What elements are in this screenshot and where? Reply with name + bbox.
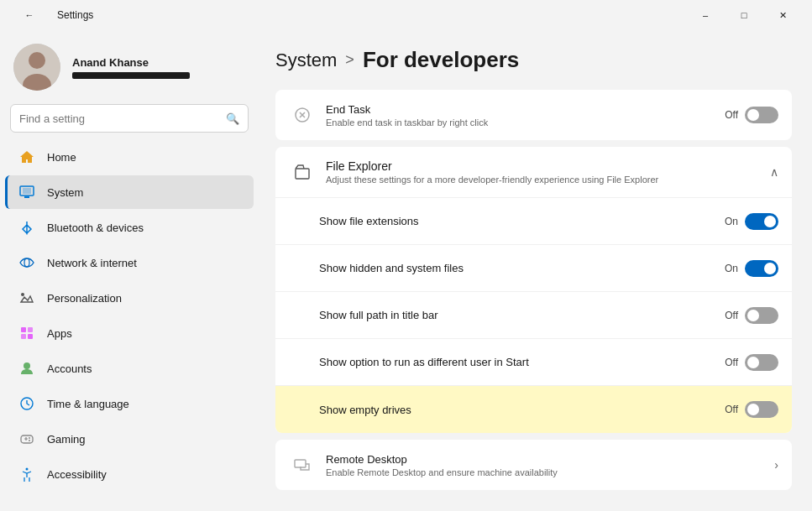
show-extensions-row: Show file extensions On [275,198,792,245]
show-path-text: Show full path in title bar [319,309,725,321]
show-extensions-text: Show file extensions [319,215,725,227]
svg-rect-8 [28,327,33,332]
remote-desktop-row[interactable]: Remote Desktop Enable Remote Desktop and… [275,440,792,490]
show-run-toggle[interactable] [745,354,778,371]
sidebar-item-personalization[interactable]: Personalization [5,281,254,315]
back-icon: ← [25,10,34,20]
show-hidden-row: Show hidden and system files On [275,245,792,292]
remote-desktop-chevron: › [774,458,778,472]
content-area: System > For developers End Task Enable … [259,30,812,511]
user-profile: Anand Khanse [0,30,259,101]
gaming-icon [18,430,35,447]
accessibility-icon [18,466,35,482]
close-button[interactable]: ✕ [763,0,802,30]
show-empty-drives-text: Show empty drives [319,404,725,416]
search-input[interactable] [19,112,219,125]
show-empty-drives-state: Off [725,404,738,415]
remote-desktop-card: Remote Desktop Enable Remote Desktop and… [275,440,792,490]
show-hidden-label: Show hidden and system files [319,262,725,274]
sidebar: Anand Khanse 🔍 Home System Bl [0,30,259,511]
page-title: For developers [363,47,519,73]
home-icon [18,149,35,165]
end-task-label: End Task [326,103,725,116]
show-run-text: Show option to run as different user in … [319,356,725,368]
show-extensions-control: On [725,213,778,230]
avatar [13,44,60,91]
file-explorer-icon [289,159,316,185]
sidebar-item-bluetooth[interactable]: Bluetooth & devices [5,211,254,244]
show-extensions-state: On [725,216,738,227]
sidebar-item-apps[interactable]: Apps [5,316,254,350]
show-run-row: Show option to run as different user in … [275,339,792,386]
breadcrumb-arrow: > [345,51,354,69]
end-task-icon [289,102,316,128]
remote-desktop-label: Remote Desktop [326,453,767,466]
end-task-card: End Task Enable end task in taskbar by r… [275,90,792,140]
svg-rect-18 [296,169,309,179]
sidebar-label-gaming: Gaming [47,433,86,446]
show-empty-drives-control: Off [725,401,778,418]
sidebar-label-network: Network & internet [47,257,137,269]
end-task-toggle[interactable] [745,107,778,123]
show-extensions-toggle[interactable] [745,213,778,230]
svg-rect-19 [295,460,306,467]
file-explorer-card: File Explorer Adjust these settings for … [275,147,792,433]
user-name: Anand Khanse [72,56,190,69]
remote-desktop-text: Remote Desktop Enable Remote Desktop and… [326,453,767,477]
end-task-row: End Task Enable end task in taskbar by r… [275,90,792,140]
svg-point-6 [21,293,24,296]
sidebar-label-apps: Apps [47,327,72,340]
show-hidden-control: On [725,260,778,277]
show-empty-drives-toggle[interactable] [745,401,778,418]
apps-icon [18,325,35,342]
sidebar-item-accessibility[interactable]: Accessibility [5,457,254,491]
file-explorer-label: File Explorer [326,159,770,173]
show-path-row: Show full path in title bar Off [275,292,792,339]
user-info: Anand Khanse [72,56,190,79]
end-task-desc: Enable end task in taskbar by right clic… [326,117,725,128]
show-run-label: Show option to run as different user in … [319,356,725,368]
show-empty-drives-label: Show empty drives [319,404,725,416]
window-controls: – □ ✕ [686,0,802,30]
end-task-text: End Task Enable end task in taskbar by r… [326,103,725,128]
show-path-toggle[interactable] [745,307,778,324]
page-header: System > For developers [275,47,792,73]
sidebar-label-personalization: Personalization [47,292,122,305]
svg-rect-7 [21,327,26,332]
file-explorer-desc: Adjust these settings for a more develop… [326,175,770,185]
sidebar-item-gaming[interactable]: Gaming [5,422,254,456]
search-box[interactable]: 🔍 [10,104,249,133]
back-button[interactable]: ← [10,0,49,30]
svg-point-11 [24,362,30,369]
sidebar-item-accounts[interactable]: Accounts [5,352,254,385]
sidebar-item-system[interactable]: System [5,175,254,209]
end-task-control: Off [725,107,778,123]
show-hidden-text: Show hidden and system files [319,262,725,274]
minimize-button[interactable]: – [686,0,725,30]
user-bar [72,72,190,79]
show-hidden-toggle[interactable] [745,260,778,277]
sidebar-label-system: System [47,186,83,199]
end-task-state: Off [725,109,738,121]
sidebar-label-time: Time & language [47,398,129,410]
file-explorer-header[interactable]: File Explorer Adjust these settings for … [275,147,792,198]
network-icon [18,254,35,271]
sidebar-item-time[interactable]: Time & language [5,387,254,420]
svg-point-15 [29,440,30,441]
search-icon: 🔍 [226,112,239,125]
app-body: Anand Khanse 🔍 Home System Bl [0,30,812,511]
sidebar-label-home: Home [47,151,76,164]
system-icon [18,184,35,201]
show-path-control: Off [725,307,778,324]
svg-point-1 [29,52,45,69]
maximize-button[interactable]: □ [725,0,763,30]
sidebar-item-home[interactable]: Home [5,140,254,174]
sidebar-item-network[interactable]: Network & internet [5,246,254,279]
show-run-state: Off [725,357,738,368]
svg-rect-9 [21,334,26,339]
time-icon [18,395,35,412]
file-explorer-text: File Explorer Adjust these settings for … [326,159,770,185]
remote-desktop-icon [289,451,316,478]
personalization-icon [18,289,35,306]
svg-point-16 [26,468,29,471]
